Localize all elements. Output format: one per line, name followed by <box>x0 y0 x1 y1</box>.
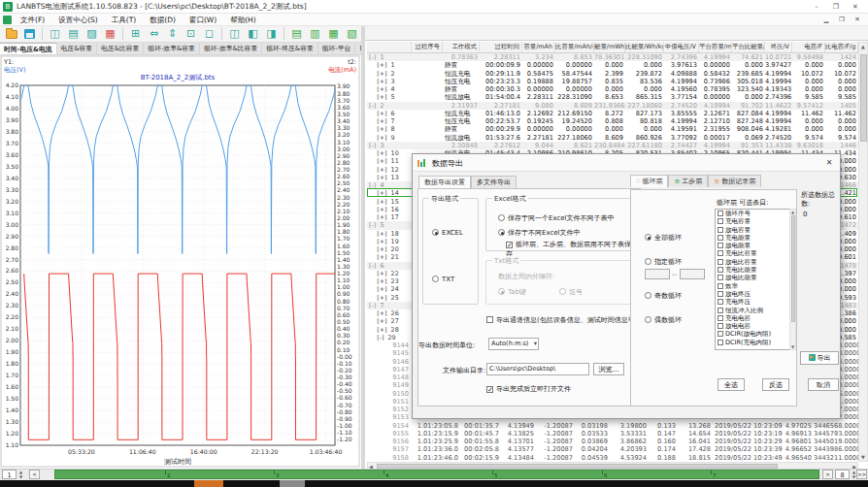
tree-cell[interactable]: [-] 1 <box>367 53 412 61</box>
axes-setup-button[interactable]: ⊞ <box>127 27 144 41</box>
tree-cell[interactable]: [+] 7 <box>367 117 412 125</box>
tree-cell[interactable]: [+] 18 <box>367 230 412 238</box>
column-header-4[interactable]: 比容量/mAh/g <box>555 42 594 52</box>
invert-select-button[interactable]: 反选 <box>762 378 789 391</box>
tree-cell[interactable]: [+] 12 <box>367 166 412 174</box>
tree-cell[interactable]: [+] 13 <box>367 174 412 181</box>
txt-comma-radio[interactable]: 逗号 <box>559 287 583 297</box>
tree-cell[interactable]: [+] 23 <box>367 277 412 285</box>
cycle-item-13[interactable]: 充电电容 <box>716 314 795 322</box>
menu-item-1[interactable]: 设置中心(S) <box>51 14 105 26</box>
monitor-view-button[interactable]: ◫ <box>47 27 63 41</box>
taskbar-item-orange[interactable] <box>194 480 223 487</box>
cycle-item-4[interactable]: 放电能量 <box>716 242 795 249</box>
tree-cell[interactable]: [+] 26 <box>367 309 412 317</box>
menu-item-0[interactable]: 文件(F) <box>14 14 51 26</box>
record-row[interactable]: 91581.01:23:46.000:02:15.94.13484-1.2008… <box>367 454 858 462</box>
tree-cell[interactable]: [+] 6 <box>367 110 412 117</box>
column-header-0[interactable]: 过程序号 <box>412 42 443 52</box>
record-row[interactable]: 91541.01:23:05.800:01:35.74.13949-1.2008… <box>367 422 858 430</box>
tree-cell[interactable]: [-] 7 <box>367 302 412 309</box>
cycle-item-7[interactable]: 充电比能量 <box>716 266 795 274</box>
list-scroll-up-icon[interactable]: ▲ <box>790 210 795 214</box>
scroll-down-icon[interactable]: ▼ <box>859 454 867 460</box>
zoom-vertical-button[interactable]: ⇕ <box>164 27 181 41</box>
tree-cell[interactable]: [+] 19 <box>367 238 412 245</box>
tree-cell[interactable]: [+] 15 <box>367 198 412 206</box>
channel-prev-button[interactable]: < <box>29 470 40 479</box>
tree-cell[interactable]: [+] 16 <box>367 206 412 213</box>
channel-fast-forward-button[interactable]: >> <box>856 470 867 479</box>
cycle-item-6[interactable]: 放电比容量 <box>716 258 795 266</box>
menu-item-5[interactable]: 帮助(H) <box>223 14 263 26</box>
tree-cell[interactable]: [-] 6 <box>367 262 412 270</box>
zoom-horizontal-button[interactable]: ⇔ <box>146 27 162 41</box>
view-tab-1[interactable]: 电压&容量 <box>57 43 98 54</box>
voltage-current-chart[interactable]: Y1:电压(V)t2:电流(mA)BT-2018A_2_2测试.bts4.204… <box>0 55 361 469</box>
cycle-item-10[interactable]: 放电终压 <box>716 290 795 298</box>
layer-tab-1[interactable]: ≡工步层 <box>668 175 708 187</box>
all-cycles-radio[interactable]: 全部循环 <box>645 233 682 243</box>
list-scroll-thumb[interactable] <box>791 215 795 322</box>
cycle-item-11[interactable]: 充电终压 <box>716 298 795 306</box>
process-row[interactable]: [+] 9恒流放电01:53:27.62.27181227.180608.609… <box>367 134 858 142</box>
tree-cell[interactable]: [+] 21 <box>367 253 412 261</box>
tree-cell[interactable]: [+] 17 <box>367 213 412 221</box>
dialog-tab-1[interactable]: 多文件导出 <box>471 176 517 188</box>
tree-cell[interactable]: [-] 3 <box>367 142 412 149</box>
tree-cell[interactable]: [+] 2 <box>367 70 412 78</box>
layers-view-button[interactable]: ▤ <box>65 27 82 41</box>
cycle-group-row[interactable]: [-] 32.308482.276129.0448.621230.8484022… <box>367 142 858 149</box>
tree-cell[interactable]: [-] 29 <box>367 334 412 341</box>
excel-same-file-radio[interactable]: 保存于同一个Excel文件不同子表中 <box>498 213 615 223</box>
txt-tab-radio[interactable]: Tab键 <box>498 287 526 297</box>
process-row[interactable]: [+] 1静置00:00:09.90.000000.000000.0000.00… <box>367 61 858 69</box>
column-header-3[interactable]: 容量/mAh <box>522 42 555 52</box>
list-scroll-down-icon[interactable]: ▼ <box>790 344 795 349</box>
cycle-item-3[interactable]: 充电能量 <box>716 234 795 242</box>
minimize-button[interactable]: – <box>808 1 825 13</box>
cycle-item-8[interactable]: 放电比能量 <box>716 274 795 281</box>
channel-page-left-input[interactable]: 1 <box>2 470 17 479</box>
tree-cell[interactable]: [+] 22 <box>367 270 412 277</box>
process-row[interactable]: [+] 2恒流充电00:29:11.90.5847558.475442.3992… <box>367 70 858 78</box>
column-header-12[interactable]: 比电容/F/g <box>825 42 858 52</box>
process-row[interactable]: [+] 4静置00:00:30.30.000000.000000.0000.00… <box>367 85 858 93</box>
zoom-box-button[interactable]: ⊡ <box>183 27 199 41</box>
cycle-item-9[interactable]: 效率 <box>716 282 795 290</box>
cycle-item-5[interactable]: 充电比容量 <box>716 249 795 257</box>
child-restore-button[interactable]: ❐ <box>835 15 849 25</box>
chart-edit-button[interactable]: ▨ <box>83 27 100 41</box>
time-unit-select[interactable]: Auto(h:m:s)▾ <box>488 338 539 350</box>
tree-cell[interactable]: [+] 28 <box>367 326 412 334</box>
process-row[interactable]: [+] 7恒压充电00:22:53.70.1924519.245200.8088… <box>367 117 858 125</box>
record-row[interactable]: 91571.01:23:36.000:02:05.84.13577-1.2008… <box>367 445 858 453</box>
channel-page-right-input[interactable]: 8 <box>835 470 850 479</box>
cycle-item-14[interactable]: 放电电容 <box>716 322 795 330</box>
layer-tab-0[interactable]: ∴循环层 <box>630 175 668 187</box>
view-tab-4[interactable]: 循环-效率&比容量 <box>200 43 262 54</box>
column-header-1[interactable]: 工作模式 <box>443 42 480 52</box>
column-header-2[interactable]: 过程时间 <box>480 42 522 52</box>
column-header-8[interactable]: 平台容量/mAh <box>699 42 732 52</box>
pane-right-button[interactable]: ◨ <box>263 27 280 41</box>
tree-cell[interactable]: [+] 10 <box>367 149 412 157</box>
list-view-3-button[interactable]: ▦ <box>325 27 342 41</box>
restore-button[interactable]: ❐ <box>827 1 845 13</box>
specified-cycles-radio[interactable]: 指定循环 <box>645 257 682 267</box>
cycle-range-from-input[interactable] <box>645 269 670 279</box>
open-file-button[interactable] <box>3 27 19 41</box>
dialog-close-icon[interactable]: ✕ <box>822 157 836 169</box>
list-view-1-button[interactable]: ▤ <box>288 27 305 41</box>
channel-scrollbar[interactable]: 234567 <box>54 470 819 479</box>
list-view-2-button[interactable]: ▥ <box>307 27 323 41</box>
cycle-item-12[interactable]: 恒流冲入比例 <box>716 307 795 314</box>
layer-tab-2[interactable]: ≡数据记录层 <box>708 175 761 187</box>
view-tab-2[interactable]: 电压&比容量 <box>97 43 144 54</box>
process-row[interactable]: [+] 3恒压充电00:23:23.30.1988819.887570.8358… <box>367 78 858 85</box>
process-row[interactable]: [+] 8静置00:00:29.90.000000.000000.0000.00… <box>367 125 858 133</box>
browse-button[interactable]: 浏览... <box>593 363 624 375</box>
output-dir-input[interactable]: C:\Users\pc\Desktop\ <box>486 363 589 375</box>
cycle-item-0[interactable]: 循环序号 <box>716 210 795 217</box>
channel-info-checkbox[interactable]: 导出通道信息(包括设备信息、测试时间信息等) <box>486 315 637 325</box>
